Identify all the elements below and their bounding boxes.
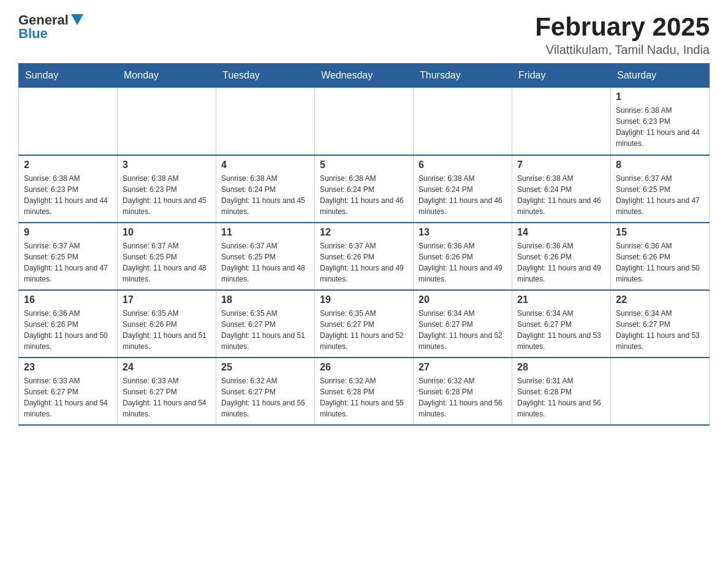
day-info: Sunrise: 6:38 AM Sunset: 6:24 PM Dayligh… — [419, 173, 507, 217]
logo-triangle-icon — [71, 14, 83, 25]
day-number: 14 — [517, 227, 605, 238]
calendar-cell: 1Sunrise: 6:38 AM Sunset: 6:23 PM Daylig… — [611, 88, 710, 155]
day-number: 15 — [616, 227, 704, 238]
day-info: Sunrise: 6:38 AM Sunset: 6:23 PM Dayligh… — [24, 173, 112, 217]
week-row-5: 23Sunrise: 6:33 AM Sunset: 6:27 PM Dayli… — [19, 358, 710, 425]
calendar-cell: 6Sunrise: 6:38 AM Sunset: 6:24 PM Daylig… — [414, 155, 512, 223]
day-info: Sunrise: 6:35 AM Sunset: 6:27 PM Dayligh… — [320, 308, 408, 352]
calendar-cell — [216, 88, 315, 155]
week-row-3: 9Sunrise: 6:37 AM Sunset: 6:25 PM Daylig… — [19, 223, 710, 290]
header-saturday: Saturday — [611, 64, 710, 88]
calendar-cell — [414, 88, 512, 155]
logo: General Blue — [18, 12, 83, 42]
day-info: Sunrise: 6:37 AM Sunset: 6:25 PM Dayligh… — [616, 173, 704, 217]
calendar-cell: 16Sunrise: 6:36 AM Sunset: 6:26 PM Dayli… — [19, 290, 118, 358]
calendar-cell: 2Sunrise: 6:38 AM Sunset: 6:23 PM Daylig… — [19, 155, 118, 223]
calendar-cell — [19, 88, 118, 155]
day-info: Sunrise: 6:36 AM Sunset: 6:26 PM Dayligh… — [419, 240, 507, 285]
day-number: 11 — [221, 227, 309, 238]
week-row-1: 1Sunrise: 6:38 AM Sunset: 6:23 PM Daylig… — [19, 88, 710, 155]
day-info: Sunrise: 6:38 AM Sunset: 6:24 PM Dayligh… — [221, 173, 309, 217]
header-thursday: Thursday — [414, 64, 512, 88]
day-info: Sunrise: 6:35 AM Sunset: 6:26 PM Dayligh… — [123, 308, 211, 352]
week-row-2: 2Sunrise: 6:38 AM Sunset: 6:23 PM Daylig… — [19, 155, 710, 223]
calendar-cell: 11Sunrise: 6:37 AM Sunset: 6:25 PM Dayli… — [216, 223, 315, 290]
header-sunday: Sunday — [19, 64, 118, 88]
calendar-cell: 8Sunrise: 6:37 AM Sunset: 6:25 PM Daylig… — [611, 155, 710, 223]
day-number: 2 — [24, 159, 112, 170]
calendar-cell: 17Sunrise: 6:35 AM Sunset: 6:26 PM Dayli… — [118, 290, 216, 358]
day-info: Sunrise: 6:38 AM Sunset: 6:23 PM Dayligh… — [616, 105, 704, 149]
calendar-cell: 19Sunrise: 6:35 AM Sunset: 6:27 PM Dayli… — [315, 290, 414, 358]
day-number: 5 — [320, 159, 408, 170]
calendar-cell: 21Sunrise: 6:34 AM Sunset: 6:27 PM Dayli… — [512, 290, 611, 358]
calendar-cell: 28Sunrise: 6:31 AM Sunset: 6:28 PM Dayli… — [512, 358, 611, 425]
day-number: 12 — [320, 227, 408, 238]
calendar-cell: 12Sunrise: 6:37 AM Sunset: 6:26 PM Dayli… — [315, 223, 414, 290]
day-info: Sunrise: 6:38 AM Sunset: 6:24 PM Dayligh… — [517, 173, 605, 217]
day-info: Sunrise: 6:32 AM Sunset: 6:27 PM Dayligh… — [221, 375, 309, 419]
calendar-cell: 23Sunrise: 6:33 AM Sunset: 6:27 PM Dayli… — [19, 358, 118, 425]
day-info: Sunrise: 6:34 AM Sunset: 6:27 PM Dayligh… — [419, 308, 507, 352]
logo-blue-text: Blue — [18, 26, 48, 42]
calendar-cell: 25Sunrise: 6:32 AM Sunset: 6:27 PM Dayli… — [216, 358, 315, 425]
calendar-cell: 5Sunrise: 6:38 AM Sunset: 6:24 PM Daylig… — [315, 155, 414, 223]
calendar-cell: 24Sunrise: 6:33 AM Sunset: 6:27 PM Dayli… — [118, 358, 216, 425]
day-number: 19 — [320, 294, 408, 305]
day-info: Sunrise: 6:37 AM Sunset: 6:25 PM Dayligh… — [123, 240, 211, 285]
day-number: 17 — [123, 294, 211, 305]
day-number: 28 — [517, 362, 605, 373]
day-info: Sunrise: 6:36 AM Sunset: 6:26 PM Dayligh… — [616, 240, 704, 285]
calendar-cell: 10Sunrise: 6:37 AM Sunset: 6:25 PM Dayli… — [118, 223, 216, 290]
calendar-cell: 27Sunrise: 6:32 AM Sunset: 6:28 PM Dayli… — [414, 358, 512, 425]
day-info: Sunrise: 6:38 AM Sunset: 6:24 PM Dayligh… — [320, 173, 408, 217]
day-info: Sunrise: 6:33 AM Sunset: 6:27 PM Dayligh… — [24, 375, 112, 419]
day-info: Sunrise: 6:36 AM Sunset: 6:26 PM Dayligh… — [517, 240, 605, 285]
day-info: Sunrise: 6:33 AM Sunset: 6:27 PM Dayligh… — [123, 375, 211, 419]
day-number: 22 — [616, 294, 704, 305]
day-number: 25 — [221, 362, 309, 373]
day-info: Sunrise: 6:35 AM Sunset: 6:27 PM Dayligh… — [221, 308, 309, 352]
calendar-cell — [611, 358, 710, 425]
day-number: 10 — [123, 227, 211, 238]
day-info: Sunrise: 6:32 AM Sunset: 6:28 PM Dayligh… — [320, 375, 408, 419]
calendar-cell: 18Sunrise: 6:35 AM Sunset: 6:27 PM Dayli… — [216, 290, 315, 358]
calendar-cell — [118, 88, 216, 155]
calendar-cell: 13Sunrise: 6:36 AM Sunset: 6:26 PM Dayli… — [414, 223, 512, 290]
week-row-4: 16Sunrise: 6:36 AM Sunset: 6:26 PM Dayli… — [19, 290, 710, 358]
header: General Blue February 2025 Vilattikulam,… — [18, 12, 710, 57]
calendar-header: SundayMondayTuesdayWednesdayThursdayFrid… — [19, 64, 710, 88]
day-info: Sunrise: 6:37 AM Sunset: 6:26 PM Dayligh… — [320, 240, 408, 285]
calendar-cell: 20Sunrise: 6:34 AM Sunset: 6:27 PM Dayli… — [414, 290, 512, 358]
day-info: Sunrise: 6:32 AM Sunset: 6:28 PM Dayligh… — [419, 375, 507, 419]
day-number: 26 — [320, 362, 408, 373]
header-row: SundayMondayTuesdayWednesdayThursdayFrid… — [19, 64, 710, 88]
day-number: 1 — [616, 91, 704, 102]
header-wednesday: Wednesday — [315, 64, 414, 88]
title-area: February 2025 Vilattikulam, Tamil Nadu, … — [535, 12, 710, 57]
svg-marker-0 — [71, 14, 83, 25]
day-info: Sunrise: 6:37 AM Sunset: 6:25 PM Dayligh… — [221, 240, 309, 285]
day-number: 3 — [123, 159, 211, 170]
calendar-title: February 2025 — [535, 12, 710, 42]
calendar-cell: 15Sunrise: 6:36 AM Sunset: 6:26 PM Dayli… — [611, 223, 710, 290]
calendar-cell: 4Sunrise: 6:38 AM Sunset: 6:24 PM Daylig… — [216, 155, 315, 223]
day-info: Sunrise: 6:36 AM Sunset: 6:26 PM Dayligh… — [24, 308, 112, 352]
calendar-cell: 26Sunrise: 6:32 AM Sunset: 6:28 PM Dayli… — [315, 358, 414, 425]
day-info: Sunrise: 6:34 AM Sunset: 6:27 PM Dayligh… — [517, 308, 605, 352]
calendar-subtitle: Vilattikulam, Tamil Nadu, India — [535, 43, 710, 57]
day-number: 13 — [419, 227, 507, 238]
header-friday: Friday — [512, 64, 611, 88]
day-info: Sunrise: 6:37 AM Sunset: 6:25 PM Dayligh… — [24, 240, 112, 285]
day-number: 23 — [24, 362, 112, 373]
day-number: 8 — [616, 159, 704, 170]
calendar-cell: 3Sunrise: 6:38 AM Sunset: 6:23 PM Daylig… — [118, 155, 216, 223]
day-number: 9 — [24, 227, 112, 238]
header-monday: Monday — [118, 64, 216, 88]
calendar-cell: 7Sunrise: 6:38 AM Sunset: 6:24 PM Daylig… — [512, 155, 611, 223]
calendar-body: 1Sunrise: 6:38 AM Sunset: 6:23 PM Daylig… — [19, 88, 710, 425]
day-number: 7 — [517, 159, 605, 170]
day-number: 16 — [24, 294, 112, 305]
day-number: 6 — [419, 159, 507, 170]
day-number: 21 — [517, 294, 605, 305]
